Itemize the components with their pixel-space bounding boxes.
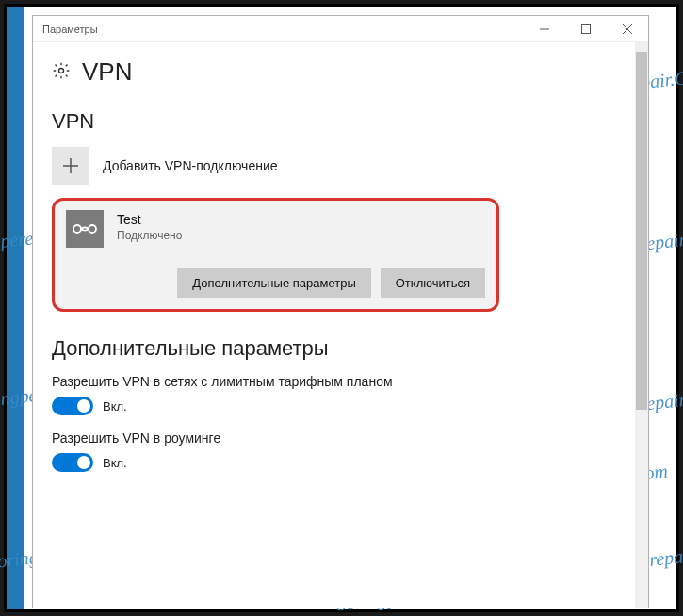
vpn-icon (66, 210, 104, 248)
titlebar: Параметры (33, 16, 648, 42)
svg-point-8 (89, 225, 96, 233)
disconnect-button[interactable]: Отключиться (381, 268, 485, 298)
vpn-section-heading: VPN (52, 109, 613, 134)
setting-label: Разрешить VPN в роуминге (52, 430, 613, 446)
page-title: VPN (82, 57, 132, 87)
add-vpn-label: Добавить VPN-подключение (103, 158, 278, 173)
toggle-allow-roaming[interactable] (52, 453, 93, 472)
page-header: VPN (52, 52, 613, 87)
window-title: Параметры (42, 24, 98, 35)
setting-allow-metered: Разрешить VPN в сетях с лимитным тарифны… (52, 374, 613, 415)
left-blue-strip (7, 7, 24, 609)
advanced-section-heading: Дополнительные параметры (52, 336, 613, 361)
setting-label: Разрешить VPN в сетях с лимитным тарифны… (52, 374, 613, 389)
svg-point-4 (59, 68, 64, 73)
connection-name: Test (117, 212, 182, 227)
maximize-button[interactable] (565, 16, 607, 42)
minimize-button[interactable] (524, 16, 565, 42)
svg-point-7 (73, 225, 81, 233)
vpn-connection-item[interactable]: Test Подключено Дополнительные параметры… (52, 198, 499, 312)
content-area: VPN VPN Добавить VPN-подключение (33, 42, 648, 608)
connection-status: Подключено (117, 229, 182, 242)
gear-icon (52, 61, 71, 84)
setting-allow-roaming: Разрешить VPN в роуминге Вкл. (52, 430, 613, 472)
plus-icon (52, 147, 89, 185)
svg-rect-1 (582, 24, 591, 33)
scrollbar-thumb[interactable] (636, 52, 647, 410)
scrollbar[interactable] (635, 42, 648, 608)
close-button[interactable] (607, 16, 648, 42)
toggle-allow-metered[interactable] (52, 397, 93, 415)
add-vpn-row[interactable]: Добавить VPN-подключение (52, 147, 613, 185)
settings-window: Параметры (32, 15, 649, 608)
toggle-state-label: Вкл. (103, 456, 127, 470)
advanced-options-button[interactable]: Дополнительные параметры (177, 268, 371, 298)
toggle-state-label: Вкл. (103, 399, 127, 413)
